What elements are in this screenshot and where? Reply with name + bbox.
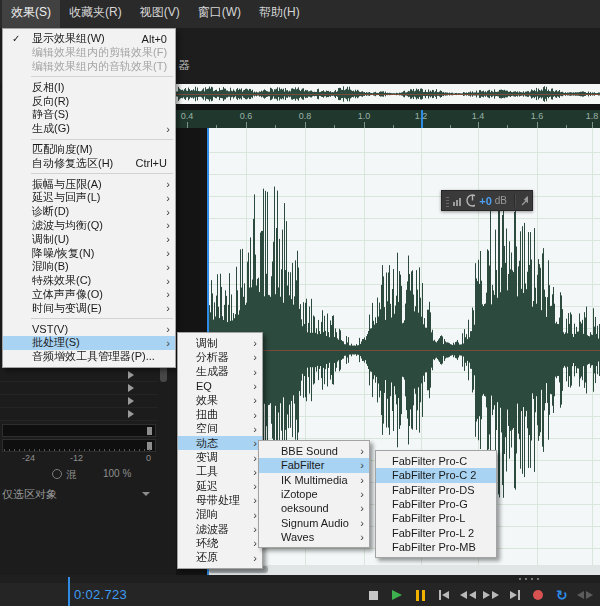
effect-slot-row[interactable] <box>0 368 158 382</box>
pause-button[interactable] <box>409 587 433 603</box>
play-button[interactable] <box>386 587 410 603</box>
menu-item[interactable]: FabFilter Pro-L <box>376 511 496 525</box>
stop-button[interactable] <box>362 587 386 603</box>
skip-to-start-button[interactable] <box>433 587 457 603</box>
menubar-item-3[interactable]: 窗口(W) <box>189 0 250 28</box>
menubar-item-0[interactable]: 效果(S) <box>2 0 60 28</box>
menu-item[interactable]: 立体声声像(O)› <box>3 288 175 302</box>
effect-slot-row[interactable] <box>0 381 158 395</box>
menubar-item-2[interactable]: 视图(V) <box>131 0 189 28</box>
menu-item-label: 振幅与压限(A) <box>32 177 102 192</box>
hud-grip-icon[interactable] <box>446 195 449 207</box>
disclosure-arrow-icon[interactable] <box>128 371 134 379</box>
waveform-overview[interactable] <box>176 84 600 104</box>
menu-item[interactable]: oeksound› <box>259 501 369 515</box>
disclosure-arrow-icon[interactable] <box>128 410 134 418</box>
menu-item[interactable]: IK Multimedia› <box>259 473 369 487</box>
menu-item[interactable]: 批处理(S)› <box>3 336 175 350</box>
menu-item[interactable]: 时间与变调(E)› <box>3 301 175 315</box>
menu-item[interactable]: 生成(G)› <box>3 122 175 136</box>
submenu-arrow-icon: › <box>360 516 364 528</box>
pin-icon[interactable] <box>521 195 528 206</box>
menu-item[interactable]: 自动修复选区(H)Ctrl+U <box>3 156 175 170</box>
submenu-arrow-icon: › <box>253 337 257 349</box>
io-slot[interactable] <box>2 424 156 437</box>
rewind-button[interactable] <box>456 587 480 603</box>
menu-item[interactable]: 反相(I) <box>3 80 175 94</box>
menu-item[interactable]: 还原› <box>178 550 262 564</box>
menu-item[interactable]: 扭曲› <box>178 407 262 421</box>
disclosure-arrow-icon[interactable] <box>128 384 134 392</box>
menu-item[interactable]: 母带处理› <box>178 493 262 507</box>
menu-item[interactable]: 调制(U)› <box>3 232 175 246</box>
menu-item[interactable]: 动态› <box>178 436 262 450</box>
menu-item[interactable]: 特殊效果(C)› <box>3 274 175 288</box>
menu-item[interactable]: FabFilter Pro-G <box>376 497 496 511</box>
menu-item[interactable]: ✓显示效果组(W)Alt+0 <box>3 32 175 46</box>
process-target-dropdown[interactable]: 仅选区对象 <box>2 487 158 501</box>
menu-item[interactable]: 滤波与均衡(Q)› <box>3 219 175 233</box>
menu-item[interactable]: 空间› <box>178 422 262 436</box>
menu-item[interactable]: 静音(S) <box>3 108 175 122</box>
effect-slot-row[interactable] <box>0 394 158 408</box>
menu-item[interactable]: 反向(R) <box>3 94 175 108</box>
menubar-item-4[interactable]: 帮助(H) <box>250 0 309 28</box>
menu-item[interactable]: 环绕› <box>178 536 262 550</box>
menu-item[interactable]: 滤波器› <box>178 522 262 536</box>
menu-item[interactable]: 编辑效果组内的音轨效果(T) <box>3 60 175 74</box>
menu-item-label: Signum Audio <box>281 517 349 529</box>
power-icon[interactable] <box>52 469 62 479</box>
menu-item[interactable]: 效果› <box>178 393 262 407</box>
horizontal-scrollbar[interactable] <box>209 565 600 575</box>
menu-item[interactable]: VST(V)› <box>3 322 175 336</box>
menu-item[interactable]: FabFilter Pro-L 2 <box>376 525 496 539</box>
panel-resize-band[interactable] <box>0 575 600 583</box>
menu-separator <box>31 76 173 77</box>
skip-to-end-button[interactable] <box>503 587 527 603</box>
effect-slot-row[interactable] <box>0 407 158 421</box>
menubar-item-1[interactable]: 收藏夹(R) <box>60 0 131 28</box>
gain-value[interactable]: +0 <box>479 195 492 207</box>
menu-item[interactable]: FabFilter Pro-C <box>376 454 496 468</box>
disclosure-arrow-icon[interactable] <box>128 397 134 405</box>
menu-item[interactable]: 分析器› <box>178 350 262 364</box>
menu-item[interactable]: 诊断(D)› <box>3 205 175 219</box>
mix-value[interactable]: 100 % <box>103 468 131 479</box>
menu-item[interactable]: FabFilter Pro-MB <box>376 540 496 554</box>
loop-button[interactable]: ↻ <box>550 587 574 603</box>
menu-item[interactable]: 生成器› <box>178 365 262 379</box>
menu-item[interactable]: 混响› <box>178 508 262 522</box>
menu-item[interactable]: 音频增效工具管理器(P)... <box>3 350 175 364</box>
panel-scrollbar-thumb[interactable] <box>160 366 167 382</box>
menu-item[interactable]: 编辑效果组内的剪辑效果(F) <box>3 46 175 60</box>
fast-forward-button[interactable] <box>480 587 504 603</box>
record-button[interactable] <box>527 587 551 603</box>
slot-handle[interactable] <box>147 427 152 435</box>
menu-item[interactable]: 变调› <box>178 450 262 464</box>
menu-item[interactable]: FabFilter› <box>259 458 369 472</box>
menu-item[interactable]: FabFilter Pro-C 2 <box>376 468 496 482</box>
time-display[interactable]: 0:02.723 <box>74 587 127 602</box>
menu-item[interactable]: 调制› <box>178 336 262 350</box>
menu-item[interactable]: 混响(B)› <box>3 260 175 274</box>
transport-controls: ↻ <box>362 587 597 603</box>
menu-item[interactable]: 匹配响度(M) <box>3 143 175 157</box>
menu-item[interactable]: FabFilter Pro-DS <box>376 483 496 497</box>
gain-knob-icon[interactable] <box>465 193 475 208</box>
playhead-marker[interactable] <box>421 110 423 128</box>
menu-item[interactable]: EQ› <box>178 379 262 393</box>
menu-item[interactable]: Waves› <box>259 530 369 544</box>
menu-item[interactable]: BBE Sound› <box>259 444 369 458</box>
menu-item[interactable]: 延迟› <box>178 479 262 493</box>
menu-item[interactable]: 延迟与回声(L)› <box>3 191 175 205</box>
menu-item[interactable]: Signum Audio› <box>259 515 369 529</box>
volume-hud[interactable]: +0 dB <box>441 190 533 211</box>
menu-item[interactable]: 降噪/恢复(N)› <box>3 246 175 260</box>
menu-item[interactable]: 振幅与压限(A)› <box>3 177 175 191</box>
menu-item[interactable]: 工具› <box>178 465 262 479</box>
skip-mode-button[interactable] <box>574 587 598 603</box>
menu-item[interactable]: iZotope› <box>259 487 369 501</box>
editor-tab-label[interactable]: 器 <box>178 57 190 74</box>
process-target-label: 仅选区对象 <box>2 488 57 500</box>
timeline-ruler[interactable]: 0.40.60.81.01.21.41.61.8 <box>176 110 600 128</box>
